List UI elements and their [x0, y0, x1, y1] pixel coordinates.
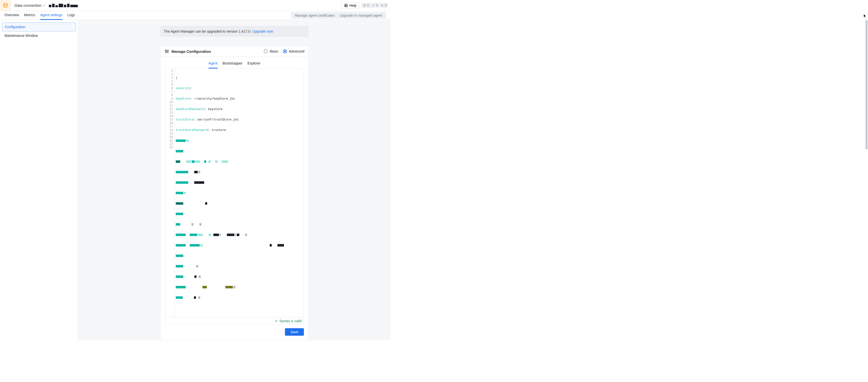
mode-radio-group: Basic Advanced [264, 49, 304, 53]
svg-point-5 [167, 50, 168, 51]
upgrade-managed-agent-button[interactable]: Upgrade to managed agent [337, 13, 385, 18]
svg-point-4 [166, 51, 167, 52]
editor-code[interactable]: | security: keyStore: ~/security/keyStor… [175, 69, 284, 317]
manage-certificates-button[interactable]: Manage agent certificates [292, 13, 337, 18]
config-editor[interactable]: 1234567891011121314151617181920212223 | … [165, 68, 304, 325]
upgrade-now-link[interactable]: Upgrade now [252, 29, 273, 33]
breadcrumb-label: Data connection [14, 3, 41, 7]
tab-logs[interactable]: Logs [67, 11, 75, 20]
sidebar-item-maintenance[interactable]: Maintenance Window [2, 31, 76, 40]
check-icon [372, 4, 375, 7]
upgrade-banner: The Agent Manager can be upgraded to ver… [160, 26, 309, 37]
sliders-icon [164, 49, 169, 54]
status-success[interactable]: 0 [372, 3, 378, 7]
help-button[interactable]: ? Help [341, 2, 360, 9]
radio-indicator [264, 49, 268, 53]
card-title: Manage Configuration [172, 49, 211, 54]
app-icon [0, 0, 11, 11]
svg-text:?: ? [345, 4, 347, 7]
config-inner-tabs: Agent Bootstrapper Explorer [160, 57, 308, 68]
radio-basic-label: Basic [270, 49, 278, 53]
status-fail[interactable]: 0 [380, 3, 386, 7]
status-refresh[interactable]: 0 [363, 3, 369, 7]
help-icon: ? [344, 3, 348, 7]
main-tabbar: Overview Metrics Agent settings Logs Man… [0, 11, 391, 20]
banner-text: The Agent Manager can be upgraded to ver… [164, 29, 252, 33]
redacted-title [49, 4, 78, 7]
tab-agent-settings[interactable]: Agent settings [40, 11, 62, 20]
status-pill-group: 0 0 0 [361, 3, 388, 8]
radio-basic[interactable]: Basic [264, 49, 278, 53]
check-icon [275, 319, 278, 323]
body: Configuration Maintenance Window The Age… [0, 20, 391, 340]
chevron-right-icon [43, 3, 45, 7]
inner-tab-bootstrapper[interactable]: Bootstrapper [223, 60, 243, 68]
app-header: Data connection ? Help 0 0 0 [0, 0, 391, 11]
radio-advanced[interactable]: Advanced [283, 49, 304, 53]
breadcrumb[interactable]: Data connection [14, 3, 78, 7]
sidebar-item-configuration[interactable]: Configuration [2, 23, 76, 31]
inner-tab-explorer[interactable]: Explorer [248, 60, 260, 68]
editor-footer: Syntax is valid [165, 317, 304, 324]
radio-advanced-label: Advanced [289, 49, 304, 53]
sidebar: Configuration Maintenance Window [0, 20, 78, 340]
editor-gutter: 1234567891011121314151617181920212223 [165, 69, 175, 317]
tab-metrics[interactable]: Metrics [24, 11, 35, 20]
tabbar-right-group: Manage agent certificates Upgrade to man… [291, 12, 386, 19]
syntax-valid-indicator: Syntax is valid [275, 319, 302, 323]
card-header: Manage Configuration Basic Advanced [160, 46, 308, 57]
tab-overview[interactable]: Overview [4, 11, 19, 20]
svg-point-0 [4, 3, 7, 4]
save-button[interactable]: Save [285, 328, 304, 336]
inner-tab-agent[interactable]: Agent [208, 60, 218, 68]
card-actions: Save [160, 325, 308, 340]
x-icon [380, 4, 384, 7]
svg-point-3 [165, 50, 166, 51]
refresh-icon [363, 4, 366, 7]
manage-config-card: Manage Configuration Basic Advanced [160, 46, 309, 340]
help-label: Help [349, 3, 357, 7]
database-icon [3, 3, 8, 8]
radio-indicator [283, 49, 287, 53]
main-panel: The Agent Manager can be upgraded to ver… [78, 20, 391, 340]
